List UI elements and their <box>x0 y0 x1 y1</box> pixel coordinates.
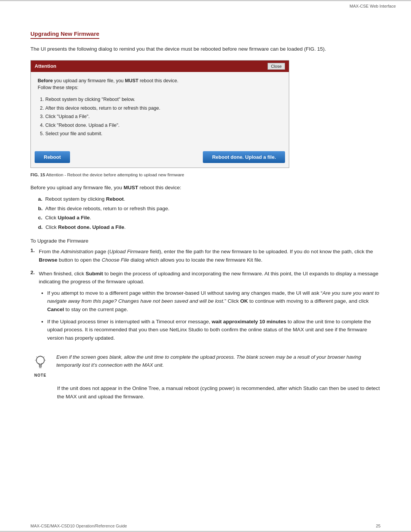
footer-left: MAX-CSE/MAX-CSD10 Operation/Reference Gu… <box>30 524 127 528</box>
before-upload-text: Before you upload any firmware file, you… <box>30 185 381 190</box>
list-item: a. Reboot system by clicking Reboot. <box>38 195 381 204</box>
alpha-steps-list: a. Reboot system by clicking Reboot. b. … <box>38 195 381 232</box>
dialog-close-button[interactable]: Close <box>268 63 285 70</box>
warning-must: MUST <box>125 78 138 83</box>
list-item: Click "Upload a File". <box>45 112 282 121</box>
attention-dialog: Attention Close Before you upload any fi… <box>30 60 289 168</box>
warning-bold: Before <box>38 78 53 83</box>
note-continuation: If the unit does not appear in the Onlin… <box>57 384 381 401</box>
to-upgrade-label: To Upgrade the Firmware <box>30 238 381 244</box>
follow-text: Follow these steps: <box>38 85 78 90</box>
list-item: Select your file and submit. <box>45 129 282 138</box>
intro-text: The UI presents the following dialog to … <box>30 45 381 53</box>
footer: MAX-CSE/MAX-CSD10 Operation/Reference Gu… <box>30 524 381 528</box>
fig-caption-text: Attention - Reboot the device before att… <box>46 173 184 177</box>
dialog-header: Attention Close <box>31 61 289 72</box>
list-item: b. After this device reboots, return to … <box>38 204 381 213</box>
dialog-steps-list: Reboot system by clicking "Reboot" below… <box>45 95 282 138</box>
list-item: d. Click Reboot done. Upload a File. <box>38 223 381 232</box>
dialog-warning: Before you upload any firmware file, you… <box>38 77 282 92</box>
note-label: NOTE <box>34 373 46 377</box>
list-item: If the Upload process timer is interrupt… <box>47 318 381 342</box>
numbered-item-2: 2. When finished, click Submit to begin … <box>30 270 381 346</box>
note-icon-container: NOTE <box>30 353 50 378</box>
list-item: Reboot system by clicking "Reboot" below… <box>45 95 282 104</box>
warning-text: you upload any firmware file, you <box>53 78 125 83</box>
svg-line-6 <box>37 356 37 357</box>
svg-point-0 <box>37 356 45 364</box>
bullet-list: If you attempt to move to a different pa… <box>47 289 381 342</box>
item-number: 2. <box>30 270 39 275</box>
list-item: Click "Reboot done. Upload a File". <box>45 121 282 130</box>
header-right-label: MAX-CSE Web Interface <box>350 4 396 8</box>
top-border <box>0 0 411 1</box>
fig-caption: FIG. 15 Attention - Reboot the device be… <box>30 173 381 177</box>
item-number: 1. <box>30 248 39 253</box>
warning-end: reboot this device. <box>139 78 178 83</box>
item-content: When finished, click Submit to begin the… <box>39 270 381 346</box>
note-box: NOTE Even if the screen goes blank, allo… <box>30 353 381 378</box>
list-item: If you attempt to move to a different pa… <box>47 289 381 314</box>
lightbulb-icon <box>33 355 48 372</box>
list-item: c. Click Upload a File. <box>38 214 381 222</box>
footer-right: 25 <box>376 524 381 528</box>
dialog-buttons-row: Reboot Reboot done. Upload a file. <box>31 148 289 168</box>
section-title: Upgrading New Firmware <box>30 30 99 39</box>
dialog-body: Before you upload any firmware file, you… <box>31 72 289 148</box>
reboot-done-button[interactable]: Reboot done. Upload a file. <box>203 151 285 163</box>
fig-number: FIG. 15 <box>30 173 45 177</box>
note-italic-text: Even if the screen goes blank, allow the… <box>56 353 381 369</box>
dialog-header-label: Attention <box>35 63 56 69</box>
main-content: Upgrading New Firmware The UI presents t… <box>30 15 381 401</box>
svg-line-7 <box>43 356 44 357</box>
numbered-item-1: 1. From the Administration page (Upload … <box>30 248 381 264</box>
item-content: From the Administration page (Upload Fir… <box>39 248 381 264</box>
list-item: After this device reboots, return to or … <box>45 104 282 113</box>
reboot-button[interactable]: Reboot <box>35 151 70 163</box>
